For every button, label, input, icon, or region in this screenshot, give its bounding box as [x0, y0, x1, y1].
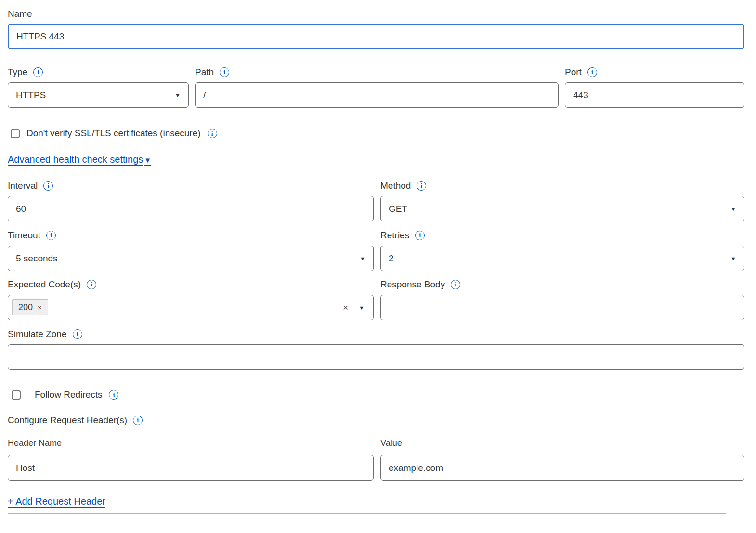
advanced-settings-link-label: Advanced health check settings — [8, 154, 143, 165]
timeout-info-icon[interactable]: i — [46, 231, 56, 240]
port-field-label: Port i — [565, 66, 744, 78]
type-select-value: HTTPS — [16, 90, 46, 101]
simulate-zone-label: Simulate Zone — [8, 328, 67, 340]
expected-codes-field-label: Expected Code(s) i — [8, 278, 374, 290]
expected-code-tag-label: 200 — [18, 302, 33, 312]
add-request-header-link[interactable]: + Add Request Header — [8, 496, 105, 507]
interval-label: Interval — [8, 180, 38, 192]
path-info-icon[interactable]: i — [220, 67, 229, 77]
port-input[interactable] — [565, 82, 744, 108]
expected-codes-label: Expected Code(s) — [8, 278, 81, 290]
retries-field-label: Retries i — [380, 229, 744, 241]
path-label: Path — [195, 66, 214, 78]
request-headers-section-label: Configure Request Header(s) i — [8, 414, 744, 426]
chevron-down-icon: ▼ — [360, 255, 365, 261]
response-body-field-label: Response Body i — [380, 278, 744, 290]
add-request-header-link-label: + Add Request Header — [8, 496, 105, 507]
interval-field-label: Interval i — [8, 180, 374, 192]
retries-select-value: 2 — [389, 253, 394, 264]
method-info-icon[interactable]: i — [417, 181, 426, 191]
interval-method-row: Interval i Method i GET ▼ — [8, 180, 744, 221]
ssl-verify-row: Don't verify SSL/TLS certificates (insec… — [8, 128, 744, 139]
follow-redirects-row: Follow Redirects i — [8, 390, 744, 400]
chevron-down-icon: ▼ — [730, 255, 736, 261]
port-label: Port — [565, 66, 582, 78]
timeout-retries-row: Timeout i 5 seconds ▼ Retries i 2 ▼ — [8, 229, 744, 271]
response-body-info-icon[interactable]: i — [451, 280, 460, 289]
response-body-label: Response Body — [380, 278, 445, 290]
timeout-field-label: Timeout i — [8, 229, 374, 241]
method-field-label: Method i — [380, 180, 744, 192]
expected-code-tag: 200 × — [12, 299, 48, 315]
health-check-form: Name Type i HTTPS ▼ Path i Port i — [0, 0, 756, 514]
caret-down-icon: ▼ — [144, 156, 151, 164]
expected-response-row: Expected Code(s) i 200 × × ▼ Response Bo… — [8, 278, 744, 320]
configure-headers-label: Configure Request Header(s) — [8, 414, 127, 426]
type-field-label: Type i — [8, 66, 189, 78]
port-info-icon[interactable]: i — [587, 67, 597, 77]
simulate-zone-input[interactable] — [8, 344, 744, 370]
ssl-verify-label: Don't verify SSL/TLS certificates (insec… — [26, 128, 201, 139]
path-input[interactable] — [195, 82, 559, 108]
configure-headers-info-icon[interactable]: i — [133, 416, 143, 425]
advanced-settings-link[interactable]: Advanced health check settings▼ — [8, 154, 151, 165]
retries-label: Retries — [380, 229, 409, 241]
header-value-input[interactable] — [380, 455, 744, 481]
type-select[interactable]: HTTPS ▼ — [8, 82, 189, 108]
type-label: Type — [8, 66, 27, 78]
simulate-zone-field-label: Simulate Zone i — [8, 328, 744, 340]
chevron-down-icon: ▼ — [175, 92, 181, 98]
name-field-label: Name — [8, 8, 744, 20]
name-label: Name — [8, 8, 32, 20]
follow-redirects-label: Follow Redirects — [35, 390, 102, 400]
interval-input[interactable] — [8, 196, 374, 221]
timeout-select-value: 5 seconds — [16, 253, 58, 264]
follow-redirects-checkbox[interactable] — [12, 390, 21, 400]
chevron-down-icon[interactable]: ▼ — [359, 304, 365, 311]
name-input[interactable] — [8, 24, 744, 49]
header-name-input[interactable] — [8, 455, 374, 481]
expected-codes-info-icon[interactable]: i — [87, 280, 96, 289]
request-header-row: Header Name Value — [8, 437, 744, 481]
section-divider — [8, 513, 726, 514]
method-select-value: GET — [389, 204, 407, 214]
retries-select[interactable]: 2 ▼ — [380, 246, 744, 271]
chevron-down-icon: ▼ — [730, 206, 736, 212]
retries-info-icon[interactable]: i — [415, 231, 425, 240]
interval-info-icon[interactable]: i — [43, 181, 53, 191]
simulate-zone-section: Simulate Zone i — [8, 328, 744, 370]
ssl-verify-checkbox[interactable] — [11, 129, 20, 138]
remove-tag-icon[interactable]: × — [38, 304, 42, 311]
type-info-icon[interactable]: i — [33, 67, 43, 77]
path-field-label: Path i — [195, 66, 559, 78]
expected-codes-multiselect[interactable]: 200 × × ▼ — [8, 295, 374, 320]
follow-redirects-info-icon[interactable]: i — [109, 390, 118, 400]
header-value-label: Value — [380, 437, 744, 449]
method-select[interactable]: GET ▼ — [380, 196, 744, 221]
header-name-label: Header Name — [8, 437, 374, 449]
response-body-input[interactable] — [380, 295, 744, 320]
ssl-verify-info-icon[interactable]: i — [208, 129, 217, 138]
type-path-port-row: Type i HTTPS ▼ Path i Port i — [8, 66, 744, 108]
timeout-label: Timeout — [8, 229, 40, 241]
timeout-select[interactable]: 5 seconds ▼ — [8, 246, 374, 271]
clear-all-icon[interactable]: × — [343, 303, 348, 312]
simulate-zone-info-icon[interactable]: i — [73, 329, 82, 339]
method-label: Method — [380, 180, 411, 192]
